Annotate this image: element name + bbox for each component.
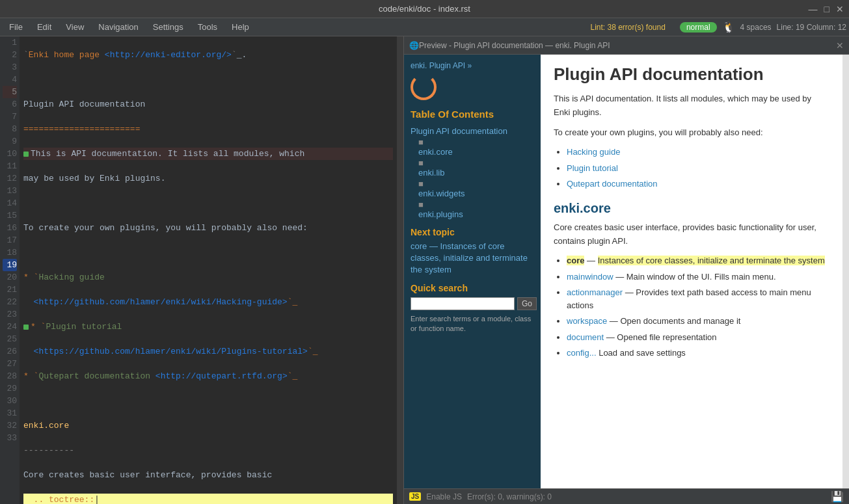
menu-settings[interactable]: Settings [146, 21, 190, 33]
close-button[interactable]: ✕ [836, 4, 844, 14]
toc-sub-item-0[interactable]: enki.core [418, 147, 534, 157]
config-link[interactable]: config... [567, 348, 597, 358]
line-numbers: 1234 5 6789 10111213 14151617 18 19 2021… [0, 36, 20, 504]
toc-sub-item-1[interactable]: enki.lib [418, 168, 534, 178]
toc-sub-list: ■enki.core ■enki.lib ■enki.widgets ■enki… [418, 137, 534, 219]
doc-intro: This is API documentation. It lists all … [554, 92, 829, 120]
maximize-button[interactable]: □ [824, 4, 829, 14]
line-info: Line: 19 Column: 12 [777, 23, 846, 32]
doc-section-body: Core creates basic user interface, provi… [554, 221, 829, 248]
doc-main: Plugin API documentation This is API doc… [541, 55, 842, 488]
doc-link-2[interactable]: Qutepart documentation [567, 179, 657, 189]
search-hint: Enter search terms or a module, class or… [411, 314, 534, 334]
workspace-link[interactable]: workspace [567, 316, 607, 326]
doc-item-4-text: — Opened file representation [606, 332, 717, 342]
errors-label: Error(s): 0, warning(s): 0 [467, 492, 552, 501]
doc-item-1-text: — Main window of the UI. Fills main menu… [615, 272, 775, 282]
js-icon: JS [409, 492, 421, 501]
spinner-icon [411, 74, 437, 100]
next-topic-heading: Next topic [411, 227, 534, 237]
breadcrumb: enki. Plugin API » [411, 61, 534, 70]
menu-navigation[interactable]: Navigation [92, 21, 144, 33]
lint-status: Lint: 38 error(s) found [590, 23, 665, 32]
next-topic-link[interactable]: core — Instances of core classes, initia… [411, 241, 534, 276]
doc-item-1: mainwindow — Main window of the UI. Fill… [567, 271, 829, 284]
code-area[interactable]: `Enki home page <http://enki-editor.org/… [20, 36, 397, 504]
toc-logo [411, 74, 534, 102]
preview-close-button[interactable]: ✕ [836, 40, 844, 51]
statusbar: JS Enable JS Error(s): 0, warning(s): 0 … [404, 488, 849, 504]
mainwindow-link[interactable]: mainwindow [567, 272, 613, 282]
toc-sub-item-3[interactable]: enki.plugins [418, 209, 534, 219]
doc-item-4: document — Opened file representation [567, 331, 829, 344]
titlebar: code/enki/doc - index.rst — □ ✕ [0, 0, 849, 18]
main-area: 1234 5 6789 10111213 14151617 18 19 2021… [0, 36, 849, 504]
doc-item-0: core — Instances of core classes, initia… [567, 254, 829, 267]
doc-section-title: enki.core [554, 201, 829, 216]
doc-scrollbar[interactable] [842, 55, 849, 488]
breadcrumb-link[interactable]: enki. Plugin API » [411, 61, 472, 70]
quick-search-title: Quick search [411, 283, 534, 293]
os-icon: 🐧 [722, 21, 735, 33]
enable-js-label: Enable JS [426, 492, 462, 501]
doc-items-list: core — Instances of core classes, initia… [567, 254, 829, 360]
core-highlight: core [567, 256, 584, 265]
doc-item-3: workspace — Open documents and manage it [567, 315, 829, 328]
toc-sidebar: enki. Plugin API » Table Of Contents Plu… [404, 55, 541, 488]
title-text: code/enki/doc - index.rst [379, 4, 470, 14]
doc-item-3-text: — Open documents and manage it [610, 316, 741, 326]
doc-item-5-text: Load and save settings [599, 348, 686, 358]
document-link[interactable]: document [567, 332, 604, 342]
doc-links-list: Hacking guide Plugin tutorial Qutepart d… [567, 146, 829, 191]
save-icon[interactable]: 💾 [831, 490, 844, 503]
menu-tools[interactable]: Tools [191, 21, 224, 33]
toc-main-link[interactable]: Plugin API documentation [411, 126, 534, 136]
minimize-button[interactable]: — [809, 4, 818, 14]
doc-title: Plugin API documentation [554, 64, 829, 85]
spaces-info: 4 spaces [740, 23, 772, 32]
toc-sub-item-2[interactable]: enki.widgets [418, 189, 534, 198]
doc-link-1[interactable]: Plugin tutorial [567, 163, 618, 173]
menu-file[interactable]: File [3, 21, 29, 33]
doc-para2: To create your own plugins, you will pro… [554, 126, 829, 140]
search-input[interactable] [411, 297, 515, 310]
toc-title: Table Of Contents [411, 109, 534, 120]
core-dash: — [587, 256, 598, 265]
preview-title: Preview - Plugin API documentation — enk… [419, 41, 610, 50]
editor-scrollbar[interactable] [397, 36, 403, 504]
menubar: File Edit View Navigation Settings Tools… [0, 18, 849, 36]
editor-pane: 1234 5 6789 10111213 14151617 18 19 2021… [0, 36, 403, 504]
menu-edit[interactable]: Edit [31, 21, 58, 33]
preview-header: 🌐 Preview - Plugin API documentation — e… [404, 36, 849, 55]
doc-item-5: config... Load and save settings [567, 347, 829, 360]
go-button[interactable]: Go [517, 297, 537, 310]
doc-link-0[interactable]: Hacking guide [567, 147, 620, 157]
menu-view[interactable]: View [59, 21, 90, 33]
toc-list: Plugin API documentation ■enki.core ■enk… [411, 126, 534, 219]
doc-item-2: actionmanager — Provides text path based… [567, 286, 829, 312]
mode-badge: normal [680, 22, 717, 33]
preview-content: enki. Plugin API » Table Of Contents Plu… [404, 55, 849, 488]
globe-icon: 🌐 [409, 41, 419, 50]
search-row: Go [411, 297, 534, 310]
preview-pane: 🌐 Preview - Plugin API documentation — e… [404, 36, 849, 504]
actionmanager-link[interactable]: actionmanager [567, 287, 623, 297]
menu-help[interactable]: Help [225, 21, 256, 33]
core-rest: Instances of core classes, initialize an… [598, 256, 825, 265]
